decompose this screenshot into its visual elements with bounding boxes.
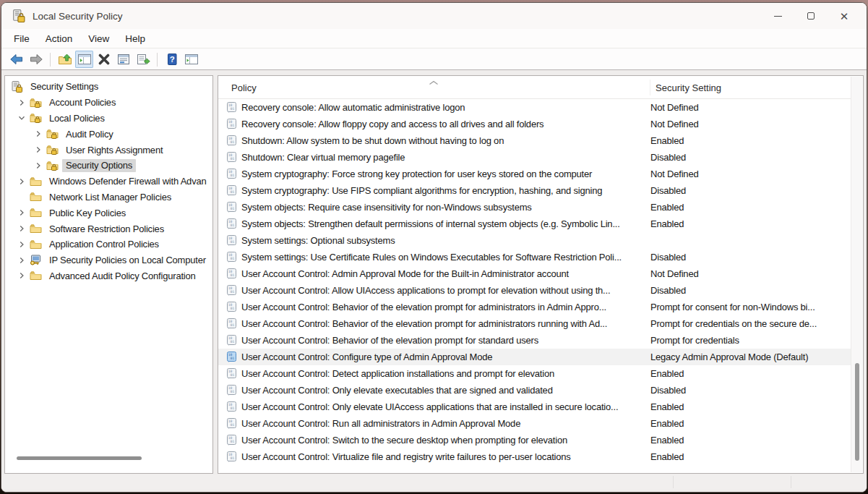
policy-row[interactable]: 1001User Account Control: Detect applica… bbox=[218, 365, 851, 382]
chevron-right-icon[interactable] bbox=[14, 239, 30, 250]
policy-doc-icon: 1001 bbox=[227, 352, 236, 362]
policy-doc-icon: 1001 bbox=[227, 451, 236, 462]
policy-row[interactable]: 1001Recovery console: Allow floppy copy … bbox=[218, 116, 851, 132]
menu-action[interactable]: Action bbox=[38, 30, 81, 47]
list-vertical-scrollbar[interactable] bbox=[851, 77, 862, 472]
delete-button[interactable] bbox=[95, 51, 113, 68]
policy-row[interactable]: 1001System objects: Require case insensi… bbox=[218, 199, 851, 216]
policy-row[interactable]: 1001User Account Control: Admin Approval… bbox=[218, 265, 851, 282]
tree-item-security-settings[interactable]: Security Settings bbox=[5, 79, 212, 95]
security-setting-value: Not Defined bbox=[650, 268, 840, 279]
policy-row[interactable]: 1001User Account Control: Switch to the … bbox=[218, 432, 851, 448]
list-vertical-scrollbar-thumb[interactable] bbox=[855, 363, 859, 461]
policy-row[interactable]: 1001User Account Control: Behavior of th… bbox=[218, 315, 851, 332]
tree-item-label: Local Policies bbox=[46, 111, 108, 124]
chevron-down-icon[interactable] bbox=[14, 112, 30, 124]
chevron-right-icon[interactable] bbox=[14, 255, 30, 266]
svg-text:01: 01 bbox=[231, 223, 235, 227]
tree-item-label: Security Settings bbox=[27, 80, 102, 93]
chevron-right-icon[interactable] bbox=[30, 144, 46, 156]
help-button[interactable]: ? bbox=[163, 51, 181, 68]
svg-text:01: 01 bbox=[231, 307, 235, 310]
svg-text:?: ? bbox=[169, 55, 174, 64]
up-one-level-button[interactable] bbox=[56, 51, 74, 68]
svg-text:01: 01 bbox=[231, 423, 235, 427]
chevron-right-icon[interactable] bbox=[30, 128, 46, 140]
svg-text:01: 01 bbox=[231, 440, 235, 443]
policy-row[interactable]: 1001User Account Control: Behavior of th… bbox=[218, 299, 851, 315]
forward-button[interactable] bbox=[27, 51, 45, 68]
tree-item-user-rights-assignment[interactable]: User Rights Assignment bbox=[5, 142, 212, 158]
tree-item-software-restriction-policies[interactable]: Software Restriction Policies bbox=[5, 221, 212, 237]
new-window-button[interactable] bbox=[182, 51, 200, 68]
tree-item-windows-defender-firewall-with-advan[interactable]: Windows Defender Firewall with Advan bbox=[5, 174, 212, 189]
column-divider[interactable] bbox=[650, 80, 650, 95]
tree-item-public-key-policies[interactable]: Public Key Policies bbox=[5, 205, 212, 221]
policy-row[interactable]: 1001User Account Control: Run all admini… bbox=[218, 415, 851, 432]
policy-row[interactable]: 1001Shutdown: Clear virtual memory pagef… bbox=[218, 149, 851, 166]
svg-text:01: 01 bbox=[231, 174, 235, 177]
properties-button[interactable] bbox=[114, 51, 132, 68]
tree-item-application-control-policies[interactable]: Application Control Policies bbox=[5, 237, 212, 252]
chevron-right-icon[interactable] bbox=[14, 270, 30, 281]
tree-item-label: Account Policies bbox=[46, 96, 119, 109]
svg-text:01: 01 bbox=[231, 290, 235, 294]
chevron-right-icon[interactable] bbox=[14, 176, 30, 187]
chevron-right-icon[interactable] bbox=[14, 207, 30, 218]
tree-item-network-list-manager-policies[interactable]: Network List Manager Policies bbox=[5, 189, 212, 205]
up-folder-icon bbox=[58, 54, 72, 65]
chevron-right-icon[interactable] bbox=[14, 97, 30, 108]
policy-row[interactable]: 1001System settings: Optional subsystems bbox=[218, 232, 851, 249]
column-header-policy[interactable]: Policy bbox=[231, 82, 257, 93]
minimize-button[interactable] bbox=[761, 3, 794, 29]
tree-item-ip-security-policies-on-local-computer[interactable]: IP Security Policies on Local Computer bbox=[5, 252, 212, 268]
policy-doc-icon: 1001 bbox=[227, 235, 236, 246]
status-bar-divider bbox=[673, 476, 674, 488]
show-console-tree-button[interactable] bbox=[75, 51, 93, 68]
policy-row[interactable]: 1001System settings: Use Certificate Rul… bbox=[218, 249, 851, 265]
tree-item-label: Application Control Policies bbox=[46, 238, 163, 251]
policy-row[interactable]: 1001Shutdown: Allow system to be shut do… bbox=[218, 132, 851, 149]
forward-arrow-icon bbox=[29, 54, 43, 65]
menu-view[interactable]: View bbox=[80, 30, 117, 47]
security-setting-value: Prompt for credentials bbox=[650, 335, 840, 346]
policy-row[interactable]: 1001System cryptography: Force strong ke… bbox=[218, 166, 851, 182]
policy-row[interactable]: 1001Recovery console: Allow automatic ad… bbox=[218, 99, 851, 116]
menu-help[interactable]: Help bbox=[117, 30, 153, 47]
tree-item-advanced-audit-policy-configuration[interactable]: Advanced Audit Policy Configuration bbox=[5, 268, 212, 284]
svg-text:01: 01 bbox=[231, 190, 235, 194]
back-button[interactable] bbox=[7, 51, 25, 68]
svg-text:01: 01 bbox=[231, 390, 235, 393]
policy-name: Recovery console: Allow automatic admini… bbox=[241, 102, 650, 113]
tree-item-security-options[interactable]: Security Options bbox=[5, 158, 212, 174]
policy-row[interactable]: 1001User Account Control: Only elevate U… bbox=[218, 399, 851, 415]
policy-row[interactable]: 1001User Account Control: Configure type… bbox=[218, 349, 851, 365]
folder-icon bbox=[30, 191, 42, 203]
policy-row[interactable]: 1001User Account Control: Only elevate e… bbox=[218, 382, 851, 399]
tree-horizontal-scrollbar[interactable] bbox=[17, 456, 142, 460]
tree-item-local-policies[interactable]: Local Policies bbox=[5, 111, 212, 127]
security-setting-value: Enabled bbox=[650, 218, 840, 229]
chevron-right-icon[interactable] bbox=[30, 160, 46, 171]
maximize-button[interactable] bbox=[794, 3, 828, 29]
tree-item-audit-policy[interactable]: Audit Policy bbox=[5, 126, 212, 142]
policy-row[interactable]: 1001User Account Control: Behavior of th… bbox=[218, 332, 851, 349]
export-list-button[interactable] bbox=[134, 51, 152, 68]
policy-row[interactable]: 1001System cryptography: Use FIPS compli… bbox=[218, 182, 851, 199]
policy-row[interactable]: 1001User Account Control: Allow UIAccess… bbox=[218, 282, 851, 299]
policy-row[interactable]: 1001User Account Control: Virtualize fil… bbox=[218, 448, 851, 465]
policy-name: User Account Control: Only elevate UIAcc… bbox=[241, 401, 650, 412]
close-button[interactable]: ✕ bbox=[828, 3, 861, 29]
security-setting-value: Prompt for credentials on the secure de.… bbox=[650, 318, 840, 329]
policy-row[interactable]: 1001System objects: Strengthen default p… bbox=[218, 216, 851, 232]
menu-file[interactable]: File bbox=[6, 30, 38, 47]
policy-doc-icon: 1001 bbox=[227, 102, 236, 113]
chevron-right-icon[interactable] bbox=[14, 223, 30, 234]
policy-doc-icon: 1001 bbox=[227, 119, 236, 129]
tree-item-account-policies[interactable]: Account Policies bbox=[5, 95, 212, 111]
close-icon: ✕ bbox=[840, 11, 849, 22]
help-icon: ? bbox=[165, 54, 179, 65]
security-setting-value: Not Defined bbox=[650, 119, 840, 129]
column-header-security-setting[interactable]: Security Setting bbox=[656, 82, 721, 93]
policy-name: System settings: Use Certificate Rules o… bbox=[241, 252, 650, 263]
